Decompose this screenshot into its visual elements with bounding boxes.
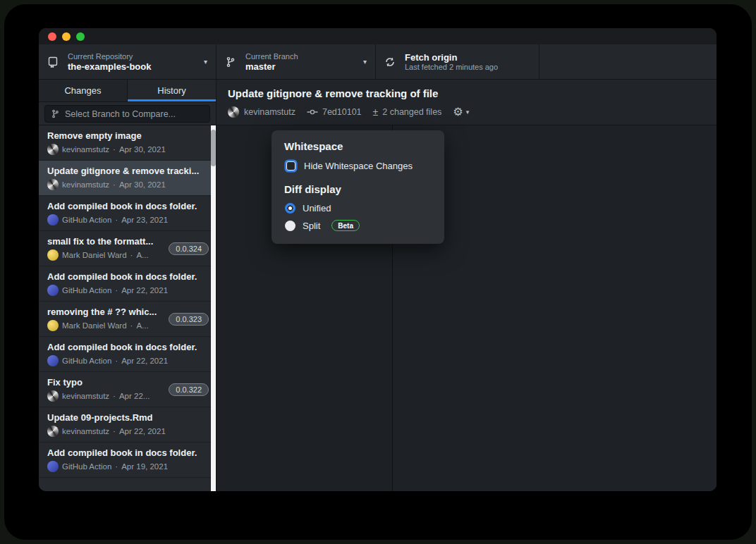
avatar [47,426,59,437]
commit-author: Mark Daniel Ward [62,251,127,259]
commit-title: Update gitignore & remove tracking of fi… [228,87,705,99]
avatar [47,390,59,402]
branch-compare-placeholder: Select Branch to Compare... [65,109,176,119]
commit-list-scrollbar-track[interactable] [211,125,216,491]
unified-label: Unified [303,203,331,214]
sidebar-tabs: Changes History [39,80,216,102]
commit-list-scrollbar-thumb[interactable] [211,130,216,166]
fetch-origin-button[interactable]: Fetch origin Last fetched 2 minutes ago [376,44,539,79]
commit-author: GitHub Action [62,462,111,471]
avatar [47,355,59,366]
avatar [47,214,59,225]
branch-compare-input[interactable]: Select Branch to Compare... [44,105,210,123]
split-option[interactable]: Split Beta [284,220,432,231]
commit-list-item-meta: kevinamstutz · Apr 30, 2021 [47,144,199,155]
history-sidebar: Changes History Select Branch to Compare… [39,80,217,491]
commit-list-item-meta: kevinamstutz · Apr 22, 2021 [47,426,199,437]
commit-list-item-meta: GitHub Action · Apr 22, 2021 [47,355,199,366]
zoom-window-button[interactable] [76,32,85,41]
repo-icon [47,56,60,68]
commit-list-item-title: Add compiled book in docs folder. [47,271,199,282]
commit-list-item[interactable]: Update gitignore & remove tracki... kevi… [39,161,216,196]
plus-minus-icon: ± [373,106,379,118]
avatar [47,285,59,296]
diff-options-popover: Whitespace Hide Whitespace Changes Diff … [272,130,444,244]
hide-whitespace-option[interactable]: Hide Whitespace Changes [284,160,432,172]
commit-author: kevinamstutz [62,145,109,154]
commit-author: Mark Daniel Ward [62,321,127,330]
compare-bar: Select Branch to Compare... [39,102,216,125]
whitespace-heading: Whitespace [284,140,432,152]
diff-area: Whitespace Hide Whitespace Changes Diff … [217,125,717,491]
current-repository-label: Current Repository [68,52,151,61]
commit-list-item[interactable]: Update 09-projects.Rmd kevinamstutz · Ap… [39,407,216,443]
changed-files-count: 2 changed files [382,107,441,117]
commit-date: Apr 30, 2021 [119,145,166,154]
current-branch-label: Current Branch [245,52,298,61]
commit-author: kevinamstutz [62,392,109,400]
titlebar [39,28,717,44]
commit-list-item-meta: GitHub Action · Apr 23, 2021 [47,214,199,225]
version-badge: 0.0.322 [169,383,209,396]
hide-whitespace-label: Hide Whitespace Changes [304,161,413,171]
commit-list-item-title: Add compiled book in docs folder. [47,447,199,458]
toolbar-spacer [539,44,717,79]
commit-list-item[interactable]: Add compiled book in docs folder. GitHub… [39,337,216,372]
avatar [47,461,59,472]
commit-list-item-title: Remove empty image [47,130,199,141]
commit-detail-pane: Update gitignore & remove tracking of fi… [217,80,717,491]
commit-date: Apr 30, 2021 [119,180,166,189]
commit-date: Apr 19, 2021 [121,462,168,471]
commit-list-item-title: Update 09-projects.Rmd [47,412,199,423]
commit-author: GitHub Action [62,357,111,365]
fetch-origin-label: Fetch origin [405,52,498,63]
sync-icon [384,56,397,68]
commit-list-item-title: Update gitignore & remove tracki... [47,166,199,176]
current-branch-dropdown[interactable]: Current Branch master ▾ [217,44,376,79]
commit-list-item[interactable]: removing the # ?? whic... Mark Daniel Wa… [39,302,216,337]
github-desktop-window: Current Repository the-examples-book ▾ C… [39,28,717,491]
beta-badge: Beta [331,220,360,231]
commit-date: Apr 22, 2021 [119,427,166,435]
unified-option[interactable]: Unified [284,203,432,214]
avatar [47,144,59,155]
commit-header: Update gitignore & remove tracking of fi… [217,80,717,125]
commit-author: kevinamstutz [62,180,109,189]
current-repository-dropdown[interactable]: Current Repository the-examples-book ▾ [39,44,217,79]
commit-list-item[interactable]: small fix to the formatt... Mark Daniel … [39,231,216,266]
current-repository-value: the-examples-book [68,61,151,72]
branch-icon [51,109,60,118]
minimize-window-button[interactable] [62,32,71,41]
commit-date: Apr 23, 2021 [121,216,168,224]
tab-history[interactable]: History [128,80,216,101]
commit-date: A... [136,251,148,259]
unified-radio[interactable] [285,203,295,214]
chevron-down-icon[interactable]: ▾ [466,109,470,116]
version-badge: 0.0.323 [169,313,209,326]
commit-list-item-title: Add compiled book in docs folder. [47,342,199,352]
diff-display-heading: Diff display [284,183,432,195]
version-badge: 0.0.324 [169,242,209,255]
commit-date: Apr 22, 2021 [121,357,168,365]
commit-author: GitHub Action [62,286,111,295]
gear-icon[interactable]: ⚙ [453,105,463,118]
close-window-button[interactable] [48,32,56,41]
split-label: Split [303,221,320,231]
commit-sha-icon [307,108,318,116]
commit-date: A... [136,321,148,330]
commit-list-item[interactable]: Add compiled book in docs folder. GitHub… [39,443,216,478]
commit-list-item[interactable]: Add compiled book in docs folder. GitHub… [39,196,216,231]
commit-list-item-meta: GitHub Action · Apr 22, 2021 [47,285,199,296]
fetch-origin-status: Last fetched 2 minutes ago [405,63,498,71]
chevron-down-icon: ▾ [363,58,367,66]
commit-list-item[interactable]: Add compiled book in docs folder. GitHub… [39,266,216,302]
split-radio[interactable] [285,221,295,231]
commit-author: kevinamstutz [244,107,295,117]
commit-list-item[interactable]: Remove empty image kevinamstutz · Apr 30… [39,125,216,161]
tab-changes[interactable]: Changes [39,80,128,101]
commit-list-item-title: Add compiled book in docs folder. [47,201,199,211]
commit-sha[interactable]: 7ed10101 [322,107,362,117]
hide-whitespace-checkbox[interactable] [286,161,295,171]
commit-date: Apr 22, 2021 [121,286,168,295]
commit-list-item[interactable]: Fix typo kevinamstutz · Apr 22... 0.0.32… [39,372,216,407]
